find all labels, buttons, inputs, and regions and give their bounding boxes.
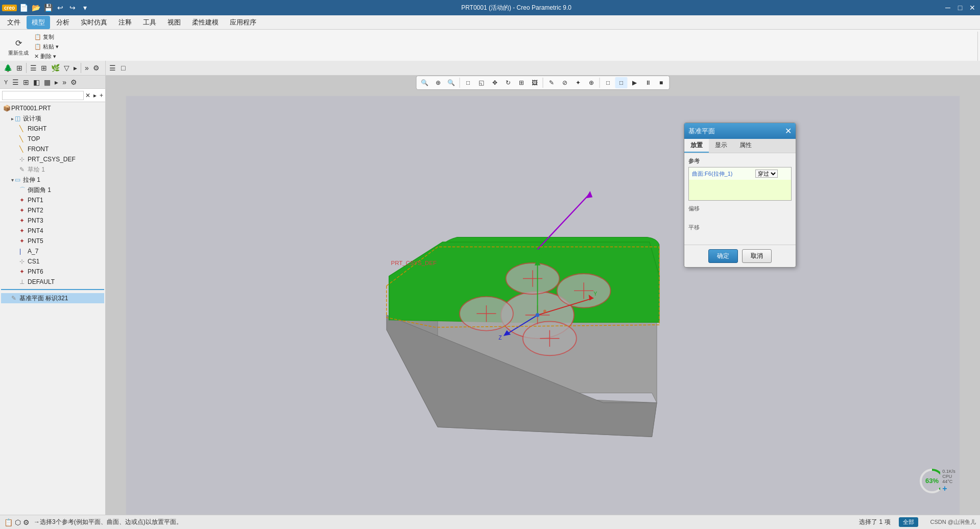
- view-section-btn[interactable]: ⊕: [585, 77, 597, 88]
- tree-item-sketch1[interactable]: ✎ 草绘 1: [1, 164, 104, 175]
- tree-item-pnt2[interactable]: ✦ PNT2: [1, 205, 104, 215]
- view-image-btn[interactable]: 🖼: [529, 77, 541, 88]
- tree2-icon[interactable]: 🌿: [50, 63, 61, 73]
- panel-icon1[interactable]: ☰: [11, 77, 20, 87]
- menu-model[interactable]: 模型: [27, 16, 50, 29]
- status-icon2[interactable]: ⬡: [15, 518, 21, 526]
- dialog-close-btn[interactable]: ✕: [785, 126, 792, 136]
- view-pan-btn[interactable]: ✥: [489, 77, 501, 88]
- dialog-tab-properties[interactable]: 属性: [733, 139, 758, 153]
- paste-btn[interactable]: 📋 粘贴 ▾: [33, 42, 60, 51]
- view-rotate-btn[interactable]: ↻: [502, 77, 514, 88]
- save-btn[interactable]: 💾: [42, 4, 54, 12]
- panel-icon2[interactable]: ⊞: [21, 77, 31, 87]
- more-icon[interactable]: »: [83, 63, 90, 73]
- view-play-btn[interactable]: ▶: [629, 77, 641, 88]
- dialog-ok-btn[interactable]: 确定: [708, 249, 738, 263]
- view-pause-btn[interactable]: ⏸: [642, 77, 654, 88]
- filter-icon[interactable]: ▽: [62, 63, 71, 73]
- zoom-out-btn[interactable]: 🔍: [445, 77, 458, 88]
- view-annotation-btn[interactable]: ✦: [572, 77, 584, 88]
- tree-item-pnt3[interactable]: ✦ PNT3: [1, 215, 104, 226]
- tree-item-datum-plane[interactable]: ✎ 基准平面 标识321: [1, 293, 104, 303]
- menu-analysis[interactable]: 分析: [51, 16, 75, 29]
- top-label: TOP: [28, 135, 40, 142]
- delete-btn[interactable]: ✕ 删除 ▾: [33, 52, 60, 61]
- root-label: PRT0001.PRT: [11, 105, 51, 112]
- search-add[interactable]: +: [98, 91, 105, 100]
- maximize-btn[interactable]: □: [954, 4, 966, 12]
- menu-apps[interactable]: 应用程序: [225, 16, 261, 29]
- tree-item-right[interactable]: ╲ RIGHT: [1, 124, 104, 134]
- view-iso-btn[interactable]: ◱: [475, 77, 488, 88]
- arrow-designitems[interactable]: ▸: [11, 116, 14, 122]
- svg-text:Y: Y: [593, 291, 597, 297]
- search-clear[interactable]: ✕: [84, 91, 92, 100]
- tree-root[interactable]: 📦 PRT0001.PRT: [1, 103, 104, 113]
- tree-item-front[interactable]: ╲ FRONT: [1, 144, 104, 154]
- expand-icon[interactable]: ▸: [72, 63, 79, 73]
- panel-icon5[interactable]: ▸: [53, 77, 60, 87]
- search-go[interactable]: ▸: [92, 91, 98, 100]
- view-hide-btn[interactable]: ⊘: [559, 77, 571, 88]
- settings-icon[interactable]: ⚙: [91, 63, 101, 73]
- undo-btn[interactable]: ↩: [55, 4, 66, 12]
- view-shading-btn[interactable]: □: [615, 77, 628, 88]
- tree-item-pnt5[interactable]: ✦ PNT5: [1, 236, 104, 246]
- fillet-label: 倒圆角 1: [28, 186, 51, 195]
- minimize-btn[interactable]: ─: [942, 4, 953, 12]
- options-btn[interactable]: ▾: [79, 4, 90, 12]
- zoom-in-btn[interactable]: 🔍: [419, 77, 431, 88]
- tree-item-a7[interactable]: | A_7: [1, 246, 104, 256]
- tree-item-csys[interactable]: ⊹ PRT_CSYS_DEF: [1, 154, 104, 164]
- cpu-plus-btn[interactable]: +: [942, 484, 960, 493]
- panel-icon3[interactable]: ◧: [32, 77, 41, 87]
- tree-item-pnt4[interactable]: ✦ PNT4: [1, 226, 104, 236]
- dialog-cancel-btn[interactable]: 取消: [742, 249, 772, 263]
- copy-btn[interactable]: 📋 复制: [33, 33, 60, 41]
- tree-item-default[interactable]: ⊥ DEFAULT: [1, 277, 104, 287]
- menu-annotation[interactable]: 注释: [113, 16, 137, 29]
- panel-icon6[interactable]: »: [61, 77, 68, 87]
- grid-icon[interactable]: ⊞: [39, 63, 49, 73]
- menu-view[interactable]: 视图: [162, 16, 186, 29]
- viewport[interactable]: 🔍 ⊕ 🔍 □ ◱ ✥ ↻ ⊞ 🖼 ✎ ⊘ ✦ ⊕ □ □ ▶ ⏸ ■: [106, 76, 980, 515]
- menu-flex[interactable]: 柔性建模: [187, 16, 224, 29]
- panel-icon4[interactable]: ▦: [42, 77, 52, 87]
- view-grid-btn[interactable]: ⊞: [515, 77, 528, 88]
- layer-icon[interactable]: ⊞: [15, 63, 24, 73]
- tree-item-extrude1[interactable]: ▾ ▭ 拉伸 1: [1, 175, 104, 185]
- sec-tb1[interactable]: ☰: [108, 63, 117, 73]
- new-btn[interactable]: 📄: [18, 4, 29, 12]
- regenerate-btn[interactable]: ⟳ 重新生成: [6, 36, 31, 58]
- sec-tb2[interactable]: □: [119, 63, 127, 73]
- panel-icon7[interactable]: ⚙: [69, 77, 79, 87]
- tree-item-pnt1[interactable]: ✦ PNT1: [1, 195, 104, 205]
- tree-item-cs1[interactable]: ⊹ CS1: [1, 256, 104, 267]
- view-front-btn[interactable]: □: [462, 77, 474, 88]
- ref-type-select[interactable]: 穿过 偏移 平行 法向: [755, 170, 778, 178]
- menu-tools[interactable]: 工具: [138, 16, 161, 29]
- list-icon[interactable]: ☰: [29, 63, 38, 73]
- open-btn[interactable]: 📂: [30, 4, 41, 12]
- tree-item-fillet1[interactable]: ⌒ 倒圆角 1: [1, 185, 104, 195]
- tree-item-top[interactable]: ╲ TOP: [1, 134, 104, 144]
- menu-simulation[interactable]: 实时仿真: [76, 16, 112, 29]
- close-btn[interactable]: ✕: [967, 4, 978, 12]
- view-sketch-btn[interactable]: ✎: [545, 77, 558, 88]
- status-icon3[interactable]: ⚙: [23, 518, 30, 526]
- arrow-extrude[interactable]: ▾: [11, 177, 14, 183]
- dialog-tab-display[interactable]: 显示: [709, 139, 733, 153]
- menu-file[interactable]: 文件: [2, 16, 26, 29]
- tree-item-pnt6[interactable]: ✦ PNT6: [1, 267, 104, 277]
- status-icon1[interactable]: 📋: [4, 518, 13, 526]
- dialog-tab-placement[interactable]: 放置: [684, 139, 709, 153]
- tree-icon[interactable]: 🌲: [2, 63, 14, 73]
- tree-item-designitems[interactable]: ▸ ◫ 设计项: [1, 113, 104, 124]
- zoom-fit-btn[interactable]: ⊕: [432, 77, 444, 88]
- search-input[interactable]: [2, 91, 84, 100]
- redo-btn[interactable]: ↪: [67, 4, 78, 12]
- ref-row[interactable]: 曲面:F6(拉伸_1) 穿过 偏移 平行 法向: [689, 167, 792, 180]
- view-stop-btn[interactable]: ■: [655, 77, 667, 88]
- view-display-btn[interactable]: □: [602, 77, 614, 88]
